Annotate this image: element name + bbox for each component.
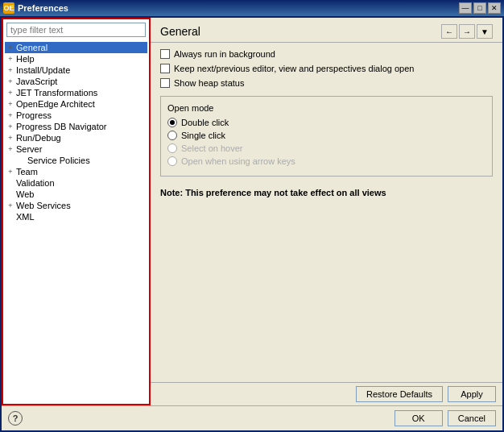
sidebar-item-label-install-update: Install/Update (16, 65, 70, 75)
maximize-button[interactable]: □ (473, 2, 486, 14)
expand-icon-javascript: + (5, 77, 16, 85)
sidebar-item-label-jet-transformations: JET Transformations (16, 88, 97, 98)
open-mode-section: Open mode Double click Single click Sele… (160, 96, 493, 177)
ok-button[interactable]: OK (395, 410, 443, 426)
sidebar-item-label-service-policies: Service Policies (27, 156, 90, 165)
checkbox-always-run-bg[interactable]: Always run in background (160, 49, 493, 59)
sidebar-item-label-progress-db-navigator: Progress DB Navigator (16, 122, 107, 131)
sidebar-item-progress[interactable]: +Progress (5, 110, 147, 121)
radio-open-on-arrow: Open when using arrow keys (167, 156, 485, 166)
window-controls: — □ ✕ (459, 2, 501, 14)
sidebar-item-label-general: General (16, 43, 48, 52)
checkbox-keep-next-prev-box[interactable] (160, 64, 170, 73)
cancel-button[interactable]: Cancel (448, 410, 496, 426)
note-bold: Note: (160, 188, 183, 197)
footer: ? OK Cancel (2, 405, 502, 430)
radio-open-on-arrow-circle (167, 156, 177, 166)
expand-icon-run-debug: + (5, 134, 16, 142)
expand-icon-help: + (5, 55, 16, 63)
expand-icon-web-services: + (5, 201, 16, 210)
sidebar-item-label-validation: Validation (16, 178, 55, 188)
nav-down-button[interactable]: ▼ (477, 24, 493, 39)
sidebar-item-openedge-architect[interactable]: +OpenEdge Architect (5, 98, 147, 110)
expand-icon-progress-db-navigator: + (5, 123, 16, 131)
sidebar-item-install-update[interactable]: +Install/Update (5, 64, 147, 76)
radio-open-on-arrow-label: Open when using arrow keys (181, 156, 295, 166)
expand-icon-team: + (5, 168, 16, 176)
content-area: +General+Help+Install/Update+JavaScript+… (2, 18, 502, 405)
expand-icon-server: + (5, 145, 16, 153)
bottom-bar: Restore Defaults Apply (151, 382, 502, 405)
checkbox-keep-next-prev-label: Keep next/previous editor, view and pers… (174, 64, 414, 73)
sidebar-item-run-debug[interactable]: +Run/Debug (5, 132, 147, 143)
sidebar-item-javascript[interactable]: +JavaScript (5, 76, 147, 87)
dialog: +General+Help+Install/Update+JavaScript+… (0, 16, 504, 432)
right-panel: General ← → ▼ Always run in background K… (151, 18, 502, 405)
sidebar-item-label-help: Help (16, 54, 35, 64)
radio-double-click-label: Double click (181, 118, 229, 127)
sidebar-item-web-services[interactable]: +Web Services (5, 200, 147, 211)
close-button[interactable]: ✕ (488, 2, 501, 14)
sidebar-item-label-team: Team (16, 167, 38, 177)
sidebar-item-progress-db-navigator[interactable]: +Progress DB Navigator (5, 121, 147, 132)
open-mode-title: Open mode (167, 103, 485, 113)
note-text: Note: This preference may not take effec… (160, 188, 493, 197)
sidebar-item-web[interactable]: Web (5, 189, 147, 200)
expand-icon-jet-transformations: + (5, 89, 16, 97)
checkbox-always-run-bg-label: Always run in background (174, 49, 275, 59)
sidebar-item-help[interactable]: +Help (5, 53, 147, 64)
radio-select-on-hover-circle (167, 143, 177, 153)
title-bar: OE Preferences — □ ✕ (0, 0, 504, 16)
restore-defaults-button[interactable]: Restore Defaults (356, 386, 443, 402)
sidebar-item-label-web: Web (16, 189, 34, 199)
radio-single-click[interactable]: Single click (167, 131, 485, 140)
help-button[interactable]: ? (8, 411, 23, 426)
radio-select-on-hover: Select on hover (167, 143, 485, 153)
sidebar-item-label-progress: Progress (16, 110, 52, 120)
sidebar-item-general[interactable]: +General (5, 42, 147, 53)
apply-button[interactable]: Apply (448, 386, 496, 402)
section-title: General (160, 25, 200, 38)
expand-icon-general: + (5, 44, 16, 52)
tree-area: +General+Help+Install/Update+JavaScript+… (3, 40, 149, 404)
minimize-button[interactable]: — (459, 2, 472, 14)
nav-forward-button[interactable]: → (459, 24, 475, 39)
filter-input[interactable] (6, 23, 146, 37)
nav-buttons: ← → ▼ (441, 24, 493, 39)
sidebar-item-label-openedge-architect: OpenEdge Architect (16, 99, 95, 109)
note-content: This preference may not take effect on a… (185, 188, 386, 197)
left-panel: +General+Help+Install/Update+JavaScript+… (2, 18, 151, 405)
dialog-title: Preferences (18, 3, 68, 13)
right-header: General ← → ▼ (151, 18, 502, 43)
expand-icon-install-update: + (5, 66, 16, 74)
expand-icon-progress: + (5, 111, 16, 119)
radio-double-click-circle[interactable] (167, 118, 177, 127)
sidebar-item-label-xml: XML (16, 212, 35, 222)
sidebar-item-label-server: Server (16, 144, 42, 154)
sidebar-item-label-javascript: JavaScript (16, 77, 57, 86)
radio-single-click-label: Single click (181, 131, 225, 140)
nav-back-button[interactable]: ← (441, 24, 457, 39)
radio-single-click-circle[interactable] (167, 131, 177, 140)
sidebar-item-jet-transformations[interactable]: +JET Transformations (5, 87, 147, 98)
expand-icon-openedge-architect: + (5, 100, 16, 108)
sidebar-item-service-policies[interactable]: Service Policies (5, 155, 147, 166)
sidebar-item-team[interactable]: +Team (5, 166, 147, 177)
sidebar-item-label-run-debug: Run/Debug (16, 133, 61, 143)
right-content: Always run in background Keep next/previ… (151, 43, 502, 382)
checkbox-show-heap-box[interactable] (160, 78, 170, 88)
sidebar-item-xml[interactable]: XML (5, 211, 147, 222)
checkbox-show-heap[interactable]: Show heap status (160, 78, 493, 88)
sidebar-item-validation[interactable]: Validation (5, 177, 147, 189)
app-icon: OE (3, 2, 14, 14)
radio-select-on-hover-label: Select on hover (181, 143, 242, 153)
checkbox-show-heap-label: Show heap status (174, 78, 244, 88)
checkbox-always-run-bg-box[interactable] (160, 49, 170, 59)
radio-double-click[interactable]: Double click (167, 118, 485, 127)
sidebar-item-label-web-services: Web Services (16, 201, 71, 210)
sidebar-item-server[interactable]: +Server (5, 143, 147, 155)
footer-buttons: OK Cancel (395, 410, 496, 426)
checkbox-keep-next-prev[interactable]: Keep next/previous editor, view and pers… (160, 64, 493, 73)
